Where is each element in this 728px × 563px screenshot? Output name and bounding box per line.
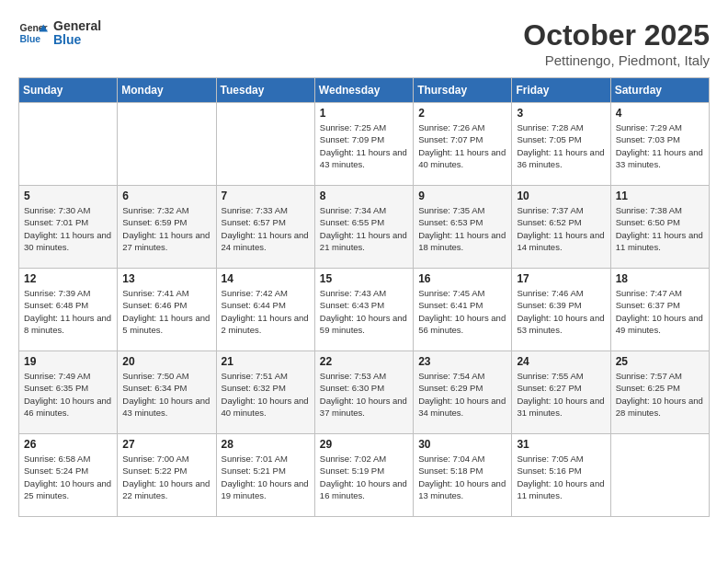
- day-cell: 18Sunrise: 7:47 AM Sunset: 6:37 PM Dayli…: [610, 269, 709, 351]
- day-number: 12: [24, 272, 112, 285]
- day-number: 17: [517, 272, 605, 285]
- day-info: Sunrise: 7:46 AM Sunset: 6:39 PM Dayligh…: [517, 287, 605, 336]
- day-cell: 17Sunrise: 7:46 AM Sunset: 6:39 PM Dayli…: [512, 269, 610, 351]
- logo-blue: Blue: [53, 33, 101, 47]
- day-number: 15: [320, 272, 408, 285]
- day-cell: 6Sunrise: 7:32 AM Sunset: 6:59 PM Daylig…: [118, 186, 216, 269]
- location-subtitle: Pettinengo, Piedmont, Italy: [523, 52, 710, 68]
- day-number: 29: [320, 438, 408, 451]
- day-cell: 1Sunrise: 7:25 AM Sunset: 7:09 PM Daylig…: [314, 103, 413, 186]
- day-number: 30: [418, 438, 506, 451]
- day-cell: [118, 103, 216, 186]
- day-cell: 3Sunrise: 7:28 AM Sunset: 7:05 PM Daylig…: [512, 103, 610, 186]
- title-block: October 2025 Pettinengo, Piedmont, Italy: [523, 18, 710, 68]
- day-number: 8: [320, 190, 408, 202]
- day-info: Sunrise: 7:25 AM Sunset: 7:09 PM Dayligh…: [320, 121, 408, 170]
- day-number: 28: [222, 438, 310, 451]
- day-info: Sunrise: 7:53 AM Sunset: 6:30 PM Dayligh…: [320, 370, 408, 419]
- day-number: 18: [616, 272, 704, 285]
- day-cell: 23Sunrise: 7:54 AM Sunset: 6:29 PM Dayli…: [414, 351, 512, 434]
- day-cell: 25Sunrise: 7:57 AM Sunset: 6:25 PM Dayli…: [610, 351, 709, 434]
- day-cell: 29Sunrise: 7:02 AM Sunset: 5:19 PM Dayli…: [314, 434, 413, 517]
- day-info: Sunrise: 7:43 AM Sunset: 6:43 PM Dayligh…: [320, 287, 408, 336]
- day-number: 9: [418, 190, 506, 202]
- day-cell: 27Sunrise: 7:00 AM Sunset: 5:22 PM Dayli…: [118, 434, 216, 517]
- day-number: 4: [616, 107, 704, 120]
- day-cell: 16Sunrise: 7:45 AM Sunset: 6:41 PM Dayli…: [414, 269, 512, 351]
- day-info: Sunrise: 7:47 AM Sunset: 6:37 PM Dayligh…: [616, 287, 704, 336]
- week-row-4: 19Sunrise: 7:49 AM Sunset: 6:35 PM Dayli…: [19, 351, 710, 434]
- day-number: 2: [418, 107, 506, 120]
- day-number: 20: [122, 355, 210, 368]
- day-number: 23: [418, 355, 506, 368]
- day-info: Sunrise: 7:57 AM Sunset: 6:25 PM Dayligh…: [616, 370, 704, 419]
- day-info: Sunrise: 7:05 AM Sunset: 5:16 PM Dayligh…: [517, 453, 605, 501]
- day-info: Sunrise: 7:26 AM Sunset: 7:07 PM Dayligh…: [418, 121, 506, 170]
- day-cell: 4Sunrise: 7:29 AM Sunset: 7:03 PM Daylig…: [610, 103, 709, 186]
- day-number: 25: [616, 355, 704, 368]
- day-info: Sunrise: 7:30 AM Sunset: 7:01 PM Dayligh…: [24, 204, 112, 253]
- column-header-sunday: Sunday: [19, 78, 118, 103]
- day-number: 3: [517, 107, 605, 120]
- day-info: Sunrise: 7:39 AM Sunset: 6:48 PM Dayligh…: [24, 287, 112, 336]
- day-cell: [216, 103, 314, 186]
- day-cell: 8Sunrise: 7:34 AM Sunset: 6:55 PM Daylig…: [314, 186, 413, 269]
- day-number: 24: [517, 355, 605, 368]
- day-cell: 12Sunrise: 7:39 AM Sunset: 6:48 PM Dayli…: [19, 269, 118, 351]
- day-cell: 21Sunrise: 7:51 AM Sunset: 6:32 PM Dayli…: [216, 351, 314, 434]
- day-info: Sunrise: 7:34 AM Sunset: 6:55 PM Dayligh…: [320, 204, 408, 253]
- day-cell: 11Sunrise: 7:38 AM Sunset: 6:50 PM Dayli…: [610, 186, 709, 269]
- day-number: 14: [222, 272, 310, 285]
- day-number: 11: [616, 190, 704, 202]
- month-title: October 2025: [523, 18, 710, 52]
- day-number: 5: [24, 190, 112, 202]
- day-number: 19: [24, 355, 112, 368]
- day-info: Sunrise: 7:50 AM Sunset: 6:34 PM Dayligh…: [122, 370, 210, 419]
- column-header-thursday: Thursday: [414, 78, 512, 103]
- day-number: 7: [222, 190, 310, 202]
- day-cell: 5Sunrise: 7:30 AM Sunset: 7:01 PM Daylig…: [19, 186, 118, 269]
- column-header-saturday: Saturday: [610, 78, 709, 103]
- day-info: Sunrise: 7:51 AM Sunset: 6:32 PM Dayligh…: [222, 370, 310, 419]
- day-info: Sunrise: 6:58 AM Sunset: 5:24 PM Dayligh…: [24, 453, 112, 501]
- day-cell: 7Sunrise: 7:33 AM Sunset: 6:57 PM Daylig…: [216, 186, 314, 269]
- column-header-friday: Friday: [512, 78, 610, 103]
- day-cell: 9Sunrise: 7:35 AM Sunset: 6:53 PM Daylig…: [414, 186, 512, 269]
- day-cell: 31Sunrise: 7:05 AM Sunset: 5:16 PM Dayli…: [512, 434, 610, 517]
- day-number: 27: [122, 438, 210, 451]
- calendar-header-row: SundayMondayTuesdayWednesdayThursdayFrid…: [19, 78, 710, 103]
- day-cell: 28Sunrise: 7:01 AM Sunset: 5:21 PM Dayli…: [216, 434, 314, 517]
- day-info: Sunrise: 7:35 AM Sunset: 6:53 PM Dayligh…: [418, 204, 506, 253]
- week-row-2: 5Sunrise: 7:30 AM Sunset: 7:01 PM Daylig…: [19, 186, 710, 269]
- day-info: Sunrise: 7:54 AM Sunset: 6:29 PM Dayligh…: [418, 370, 506, 419]
- day-info: Sunrise: 7:38 AM Sunset: 6:50 PM Dayligh…: [616, 204, 704, 253]
- day-info: Sunrise: 7:04 AM Sunset: 5:18 PM Dayligh…: [418, 453, 506, 501]
- week-row-5: 26Sunrise: 6:58 AM Sunset: 5:24 PM Dayli…: [19, 434, 710, 517]
- day-cell: 15Sunrise: 7:43 AM Sunset: 6:43 PM Dayli…: [314, 269, 413, 351]
- day-cell: 2Sunrise: 7:26 AM Sunset: 7:07 PM Daylig…: [414, 103, 512, 186]
- column-header-wednesday: Wednesday: [314, 78, 413, 103]
- day-cell: 24Sunrise: 7:55 AM Sunset: 6:27 PM Dayli…: [512, 351, 610, 434]
- day-number: 26: [24, 438, 112, 451]
- column-header-tuesday: Tuesday: [216, 78, 314, 103]
- day-number: 21: [222, 355, 310, 368]
- day-info: Sunrise: 7:42 AM Sunset: 6:44 PM Dayligh…: [222, 287, 310, 336]
- day-cell: 19Sunrise: 7:49 AM Sunset: 6:35 PM Dayli…: [19, 351, 118, 434]
- page-header: General Blue General Blue October 2025 P…: [18, 18, 710, 68]
- day-info: Sunrise: 7:37 AM Sunset: 6:52 PM Dayligh…: [517, 204, 605, 253]
- day-number: 22: [320, 355, 408, 368]
- week-row-1: 1Sunrise: 7:25 AM Sunset: 7:09 PM Daylig…: [19, 103, 710, 186]
- day-number: 6: [122, 190, 210, 202]
- logo: General Blue General Blue: [18, 18, 101, 48]
- day-number: 16: [418, 272, 506, 285]
- day-info: Sunrise: 7:29 AM Sunset: 7:03 PM Dayligh…: [616, 121, 704, 170]
- column-header-monday: Monday: [118, 78, 216, 103]
- day-cell: 13Sunrise: 7:41 AM Sunset: 6:46 PM Dayli…: [118, 269, 216, 351]
- day-cell: 22Sunrise: 7:53 AM Sunset: 6:30 PM Dayli…: [314, 351, 413, 434]
- calendar-table: SundayMondayTuesdayWednesdayThursdayFrid…: [18, 77, 710, 517]
- day-info: Sunrise: 7:00 AM Sunset: 5:22 PM Dayligh…: [122, 453, 210, 501]
- day-number: 31: [517, 438, 605, 451]
- day-cell: 30Sunrise: 7:04 AM Sunset: 5:18 PM Dayli…: [414, 434, 512, 517]
- logo-general: General: [53, 19, 101, 33]
- day-info: Sunrise: 7:49 AM Sunset: 6:35 PM Dayligh…: [24, 370, 112, 419]
